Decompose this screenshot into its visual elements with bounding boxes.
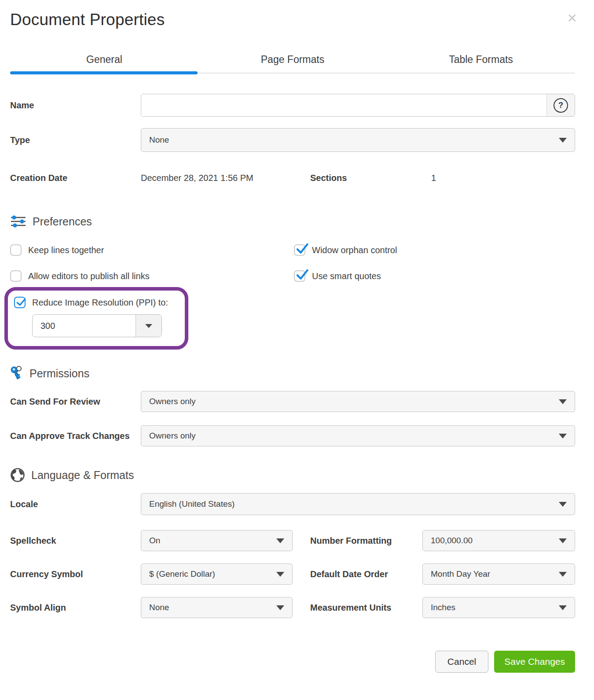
creation-date-value: December 28, 2021 1:56 PM — [141, 173, 310, 183]
permissions-heading-label: Permissions — [29, 367, 89, 380]
checkbox-icon[interactable] — [10, 270, 22, 282]
checkbox-icon-checked[interactable] — [294, 270, 305, 282]
chevron-down-icon — [276, 572, 284, 577]
chevron-down-icon — [276, 538, 284, 543]
chevron-down-icon — [559, 502, 567, 507]
help-button[interactable]: ? — [546, 94, 575, 116]
number-formatting-select[interactable]: 100,000.00 — [422, 530, 575, 551]
checkbox-label: Use smart quotes — [312, 271, 381, 281]
tab-page-formats[interactable]: Page Formats — [198, 54, 387, 73]
can-approve-track-changes-row: Can Approve Track Changes Owners only — [10, 425, 575, 446]
currency-symbol-select[interactable]: $ (Generic Dollar) — [141, 564, 293, 585]
tab-general[interactable]: General — [10, 54, 198, 73]
type-select-value: None — [149, 135, 169, 145]
globe-icon — [10, 468, 25, 483]
symbol-align-label: Symbol Align — [10, 603, 141, 613]
currency-symbol-label: Currency Symbol — [10, 569, 141, 579]
select-value: Owners only — [149, 397, 196, 406]
checkbox-icon[interactable] — [10, 244, 22, 256]
close-icon[interactable]: ✕ — [567, 12, 577, 25]
type-row: Type None — [10, 128, 575, 152]
checkbox-use-smart-quotes[interactable]: Use smart quotes — [294, 270, 575, 282]
select-value: Owners only — [149, 431, 196, 441]
measurement-units-label: Measurement Units — [310, 603, 422, 613]
checkbox-label: Allow editors to publish all links — [28, 271, 150, 281]
permissions-heading: Permissions — [10, 365, 575, 381]
locale-row: Locale English (United States) — [10, 493, 575, 515]
select-value: None — [149, 603, 169, 612]
creation-sections-row: Creation Date December 28, 2021 1:56 PM … — [10, 173, 575, 183]
page-title: Document Properties — [10, 11, 575, 29]
select-value: English (United States) — [149, 499, 235, 509]
save-changes-button[interactable]: Save Changes — [494, 651, 575, 673]
tab-table-formats[interactable]: Table Formats — [387, 54, 575, 73]
preferences-heading-label: Preferences — [33, 215, 92, 228]
chevron-down-icon — [559, 605, 567, 610]
ppi-dropdown-button[interactable] — [136, 315, 161, 337]
chevron-down-icon — [559, 572, 567, 577]
preferences-checkbox-grid: Keep lines together Widow orphan control… — [10, 244, 575, 282]
sliders-icon — [10, 215, 26, 228]
default-date-order-label: Default Date Order — [310, 569, 422, 579]
name-input-wrap: ? — [141, 94, 575, 117]
default-date-order-select[interactable]: Month Day Year — [422, 564, 575, 585]
checkbox-allow-editors-publish-links[interactable]: Allow editors to publish all links — [10, 270, 294, 282]
chevron-down-icon — [559, 138, 567, 143]
language-formats-heading: Language & Formats — [10, 468, 575, 483]
highlight-annotation: Reduce Image Resolution (PPI) to: 300 — [10, 282, 575, 350]
document-properties-dialog: Document Properties ✕ General Page Forma… — [0, 0, 594, 700]
spellcheck-select[interactable]: On — [141, 530, 293, 551]
language-formats-heading-label: Language & Formats — [31, 469, 134, 482]
can-send-for-review-select[interactable]: Owners only — [141, 391, 575, 412]
tab-bar: General Page Formats Table Formats — [10, 54, 575, 74]
name-label: Name — [10, 100, 141, 111]
can-send-for-review-label: Can Send For Review — [10, 397, 141, 407]
type-label: Type — [10, 135, 141, 145]
name-row: Name ? — [10, 94, 575, 117]
checkbox-keep-lines-together[interactable]: Keep lines together — [10, 244, 294, 256]
can-send-for-review-row: Can Send For Review Owners only — [10, 391, 575, 412]
currency-dateorder-row: Currency Symbol $ (Generic Dollar) Defau… — [10, 564, 575, 585]
name-input[interactable] — [141, 94, 546, 116]
spellcheck-numberformat-row: Spellcheck On Number Formatting 100,000.… — [10, 530, 575, 551]
sections-label: Sections — [310, 173, 431, 183]
symbolalign-units-row: Symbol Align None Measurement Units Inch… — [10, 597, 575, 618]
select-value: 100,000.00 — [431, 536, 473, 545]
chevron-down-icon — [559, 538, 567, 543]
locale-select[interactable]: English (United States) — [141, 493, 575, 515]
chevron-down-icon — [559, 399, 567, 404]
chevron-down-icon — [276, 605, 284, 610]
number-formatting-label: Number Formatting — [310, 536, 422, 546]
can-approve-track-changes-label: Can Approve Track Changes — [10, 431, 141, 441]
select-value: Inches — [431, 603, 455, 612]
creation-date-label: Creation Date — [10, 173, 141, 183]
select-value: Month Day Year — [431, 569, 490, 579]
question-mark-icon: ? — [554, 98, 568, 113]
checkbox-icon-checked[interactable] — [294, 244, 305, 256]
select-value: On — [149, 536, 160, 545]
checkbox-label: Widow orphan control — [312, 245, 397, 255]
cancel-button[interactable]: Cancel — [435, 651, 488, 673]
ppi-value[interactable]: 300 — [33, 315, 136, 337]
checkbox-reduce-image-resolution[interactable]: Reduce Image Resolution (PPI) to: — [14, 297, 168, 308]
footer-buttons: Cancel Save Changes — [10, 651, 575, 673]
select-value: $ (Generic Dollar) — [149, 569, 215, 579]
checkbox-label: Reduce Image Resolution (PPI) to: — [32, 298, 168, 308]
keys-icon — [10, 365, 23, 381]
sections-value: 1 — [431, 173, 436, 183]
measurement-units-select[interactable]: Inches — [422, 597, 575, 618]
preferences-heading: Preferences — [10, 215, 575, 228]
ppi-combobox[interactable]: 300 — [32, 314, 162, 337]
chevron-down-icon — [559, 434, 567, 438]
locale-label: Locale — [10, 499, 141, 509]
spellcheck-label: Spellcheck — [10, 536, 141, 546]
symbol-align-select[interactable]: None — [141, 597, 293, 618]
chevron-down-icon — [145, 324, 152, 328]
checkbox-widow-orphan-control[interactable]: Widow orphan control — [294, 244, 575, 256]
can-approve-track-changes-select[interactable]: Owners only — [141, 425, 575, 446]
reduce-image-highlight: Reduce Image Resolution (PPI) to: 300 — [4, 287, 188, 350]
checkbox-icon-checked[interactable] — [14, 297, 26, 308]
checkbox-label: Keep lines together — [28, 245, 104, 255]
type-select[interactable]: None — [141, 128, 575, 152]
